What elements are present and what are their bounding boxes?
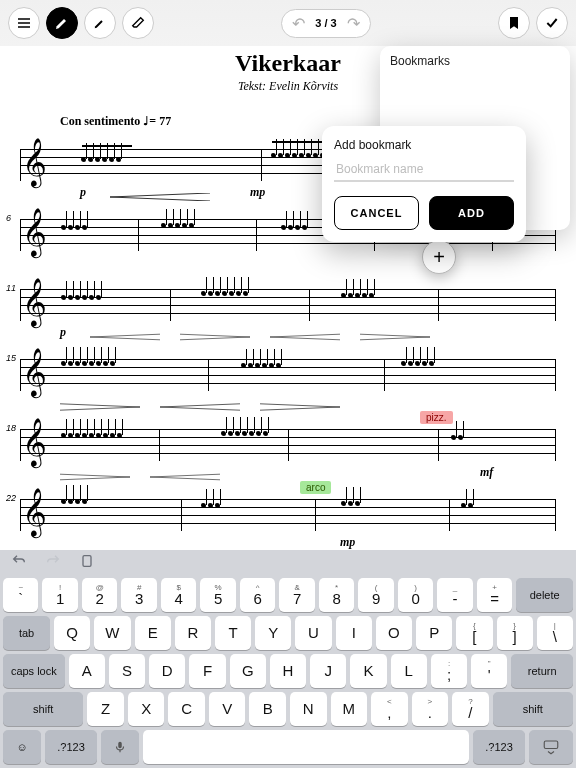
key-6[interactable]: ^6: [240, 578, 275, 612]
key-2[interactable]: @2: [82, 578, 117, 612]
cancel-button[interactable]: CANCEL: [334, 196, 419, 230]
add-button[interactable]: ADD: [429, 196, 514, 230]
key-f[interactable]: F: [189, 654, 225, 688]
bookmark-name-input[interactable]: [334, 158, 514, 182]
prev-page-icon[interactable]: ↶: [292, 14, 305, 33]
measure-number: 11: [6, 283, 16, 293]
key-y[interactable]: Y: [255, 616, 291, 650]
key--[interactable]: _-: [437, 578, 472, 612]
key-numbers[interactable]: .?123: [45, 730, 97, 764]
key-,[interactable]: <,: [371, 692, 408, 726]
measure-number: 18: [6, 423, 16, 433]
key-b[interactable]: B: [249, 692, 286, 726]
key-k[interactable]: K: [350, 654, 386, 688]
key-dictation[interactable]: [101, 730, 139, 764]
measure-number: 22: [6, 493, 16, 503]
key-v[interactable]: V: [209, 692, 246, 726]
key-=[interactable]: +=: [477, 578, 512, 612]
key-3[interactable]: #3: [121, 578, 156, 612]
key-n[interactable]: N: [290, 692, 327, 726]
key-r[interactable]: R: [175, 616, 211, 650]
next-page-icon[interactable]: ↷: [347, 14, 360, 33]
key-o[interactable]: O: [376, 616, 412, 650]
key-7[interactable]: &7: [279, 578, 314, 612]
key-e[interactable]: E: [135, 616, 171, 650]
key-d[interactable]: D: [149, 654, 185, 688]
key-l[interactable]: L: [391, 654, 427, 688]
key-return[interactable]: return: [511, 654, 573, 688]
highlighter-tool-button[interactable]: [84, 7, 116, 39]
dynamic-mp: mp: [250, 185, 265, 200]
key-'[interactable]: "': [471, 654, 507, 688]
key-0[interactable]: )0: [398, 578, 433, 612]
measure-number: 15: [6, 353, 16, 363]
page-navigator: ↶ 3 / 3 ↷: [281, 9, 370, 38]
key-z[interactable]: Z: [87, 692, 124, 726]
key-9[interactable]: (9: [358, 578, 393, 612]
key-`[interactable]: ~`: [3, 578, 38, 612]
key-space[interactable]: [143, 730, 469, 764]
eraser-tool-button[interactable]: [122, 7, 154, 39]
key-capslock[interactable]: caps lock: [3, 654, 65, 688]
key-4[interactable]: $4: [161, 578, 196, 612]
key-delete[interactable]: delete: [516, 578, 573, 612]
add-bookmark-plus-button[interactable]: +: [422, 240, 456, 274]
key-shift-right[interactable]: shift: [493, 692, 573, 726]
key-5[interactable]: %5: [200, 578, 235, 612]
key-.[interactable]: >.: [412, 692, 449, 726]
bookmark-button[interactable]: [498, 7, 530, 39]
key-hide-keyboard[interactable]: [529, 730, 573, 764]
key-shift-left[interactable]: shift: [3, 692, 83, 726]
kb-redo-icon[interactable]: [45, 553, 61, 573]
kb-clipboard-icon[interactable]: [79, 553, 95, 573]
svg-rect-1: [544, 741, 558, 749]
key-numbers-right[interactable]: .?123: [473, 730, 525, 764]
kb-undo-icon[interactable]: [11, 553, 27, 573]
done-button[interactable]: [536, 7, 568, 39]
key-c[interactable]: C: [168, 692, 205, 726]
menu-button[interactable]: [8, 7, 40, 39]
page-indicator: 3 / 3: [315, 17, 336, 29]
key-q[interactable]: Q: [54, 616, 90, 650]
pizz-tag: pizz.: [420, 411, 453, 424]
key-tab[interactable]: tab: [3, 616, 50, 650]
staff-line: 22 𝄞 arco mp: [20, 489, 556, 541]
staff-line: 15 𝄞: [20, 349, 556, 401]
dynamic-mf: mf: [480, 465, 493, 480]
key-j[interactable]: J: [310, 654, 346, 688]
top-toolbar: ↶ 3 / 3 ↷: [0, 0, 576, 46]
pen-tool-button[interactable]: [46, 7, 78, 39]
key-h[interactable]: H: [270, 654, 306, 688]
key-a[interactable]: A: [69, 654, 105, 688]
svg-rect-0: [83, 556, 91, 567]
key-t[interactable]: T: [215, 616, 251, 650]
key-/[interactable]: ?/: [452, 692, 489, 726]
bookmarks-title: Bookmarks: [390, 54, 560, 68]
key-p[interactable]: P: [416, 616, 452, 650]
key-[[interactable]: {[: [456, 616, 492, 650]
dynamic-mp: mp: [340, 535, 355, 550]
staff-line: 18 𝄞 pizz. mf: [20, 419, 556, 471]
key-i[interactable]: I: [336, 616, 372, 650]
arco-tag: arco: [300, 481, 331, 494]
staff-line: 11 𝄞 p: [20, 279, 556, 331]
key-w[interactable]: W: [94, 616, 130, 650]
key-emoji[interactable]: ☺: [3, 730, 41, 764]
dynamic-p: p: [80, 185, 86, 200]
key-\[interactable]: |\: [537, 616, 573, 650]
key-8[interactable]: *8: [319, 578, 354, 612]
key-][interactable]: }]: [497, 616, 533, 650]
key-u[interactable]: U: [295, 616, 331, 650]
add-bookmark-dialog: Add bookmark CANCEL ADD: [322, 126, 526, 242]
key-x[interactable]: X: [128, 692, 165, 726]
key-m[interactable]: M: [331, 692, 368, 726]
key-1[interactable]: !1: [42, 578, 77, 612]
dynamic-p: p: [60, 325, 66, 340]
add-bookmark-label: Add bookmark: [334, 138, 514, 152]
key-g[interactable]: G: [230, 654, 266, 688]
measure-number: 6: [6, 213, 11, 223]
key-s[interactable]: S: [109, 654, 145, 688]
key-;[interactable]: :;: [431, 654, 467, 688]
on-screen-keyboard: ~`!1@2#3$4%5^6&7*8(9)0_-+=delete tabQWER…: [0, 550, 576, 768]
